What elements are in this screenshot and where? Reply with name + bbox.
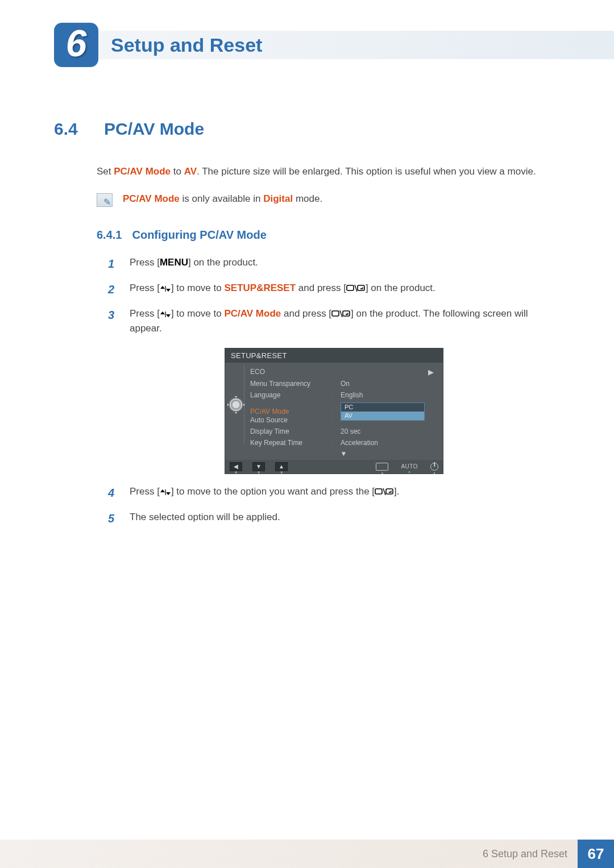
osd-label: Key Repeat Time [250, 439, 327, 447]
osd-value: English [341, 391, 363, 399]
step-text-frag: Press [ [130, 283, 160, 293]
osd-separator: : [331, 391, 336, 399]
page-footer: 6 Setup and Reset 67 [0, 840, 614, 868]
step-number: 1 [108, 255, 118, 273]
step-text-frag: ] to move to [171, 308, 225, 319]
up-down-icon [160, 488, 171, 498]
osd-separator: : [331, 416, 336, 424]
osd-row-key-repeat-time: Key Repeat Time : Acceleration [250, 437, 437, 448]
osd-body: ECO ▶ Menu Transparency : On Language : … [225, 363, 443, 460]
menu-label: MENU [160, 257, 188, 268]
step-5: 5 The selected option will be applied. [108, 510, 560, 528]
step-text-frag: ] on the product. [188, 257, 258, 268]
step-target: SETUP&RESET [224, 283, 296, 293]
source-enter-icon [375, 487, 394, 498]
osd-up-button-icon: ▲▾ [275, 462, 288, 471]
step-4: 4 Press [] to move to the option you wan… [108, 484, 560, 502]
gear-icon [230, 398, 242, 411]
step-text-frag: The selected option will be applied. [130, 512, 280, 522]
chapter-number: 6 [66, 24, 87, 65]
osd-separator: : [331, 439, 336, 447]
svg-rect-5 [358, 285, 364, 290]
svg-rect-10 [332, 311, 339, 316]
subsection-number: 6.4.1 [97, 229, 122, 242]
svg-line-4 [355, 285, 357, 292]
osd-enter-icon: • [376, 463, 388, 471]
intro-text: . The picture size will be enlarged. Thi… [197, 166, 536, 177]
intro-text: to [171, 166, 184, 177]
osd-separator: : [331, 380, 336, 388]
osd-title: SETUP&RESET [225, 348, 443, 363]
step-number: 3 [108, 306, 118, 337]
svg-marker-20 [389, 491, 390, 493]
intro-keyword-2: AV [184, 166, 197, 177]
osd-footer-left: ◀▾ ▼▾ ▲▾ [230, 462, 288, 471]
intro-paragraph: Set PC/AV Mode to AV. The picture size w… [97, 166, 560, 177]
up-down-icon [160, 310, 171, 320]
chapter-title: Setup and Reset [111, 34, 262, 56]
svg-marker-0 [160, 286, 165, 289]
note-icon [97, 193, 113, 207]
note-keyword-2: Digital [263, 193, 293, 204]
step-number: 4 [108, 484, 118, 502]
steps-list: 1 Press [MENU] on the product. 2 Press [… [108, 255, 560, 528]
osd-sidebar [227, 365, 244, 445]
intro-text: Set [97, 166, 114, 177]
step-text-frag: and press [ [281, 308, 331, 319]
svg-marker-2 [166, 289, 171, 292]
step-text: Press [] to move to PC/AV Mode and press… [130, 306, 560, 337]
section-title: PC/AV Mode [104, 119, 204, 139]
up-down-icon [160, 285, 171, 294]
svg-rect-8 [165, 312, 165, 317]
osd-value: 20 sec [341, 427, 360, 435]
osd-auto-label: AUTO• [401, 463, 418, 470]
step-text: Press [] to move to SETUP&RESET and pres… [130, 281, 435, 298]
step-number: 2 [108, 281, 118, 298]
note-block: PC/AV Mode is only available in Digital … [97, 193, 560, 207]
step-text-frag: ]. [394, 486, 399, 497]
step-text-frag: Press [ [130, 257, 160, 268]
osd-separator: : [331, 427, 336, 435]
step-number: 5 [108, 510, 118, 528]
svg-rect-15 [165, 489, 165, 495]
step-text-frag: Press [ [130, 486, 160, 497]
section-number: 6.4 [54, 119, 88, 139]
osd-label: ECO [250, 368, 327, 376]
osd-value: On [341, 380, 350, 388]
osd-row-language: Language : English [250, 389, 437, 401]
osd-row-eco: ECO ▶ [250, 366, 437, 378]
svg-marker-13 [346, 314, 347, 315]
svg-marker-7 [160, 312, 165, 314]
step-text: The selected option will be applied. [130, 510, 280, 528]
osd-row-display-time: Display Time : 20 sec [250, 426, 437, 437]
step-text: Press [] to move to the option you want … [130, 484, 400, 502]
osd-back-button-icon: ◀▾ [230, 462, 242, 471]
osd-dropdown: PC AV [341, 402, 425, 421]
power-icon: • [430, 463, 438, 471]
note-text-post: mode. [293, 193, 322, 204]
section-heading: 6.4 PC/AV Mode [54, 119, 560, 139]
svg-rect-12 [343, 311, 350, 316]
chapter-header: 6 Setup and Reset [0, 17, 614, 68]
note-keyword-1: PC/AV Mode [123, 193, 180, 204]
svg-line-18 [383, 488, 385, 495]
step-text-frag: and press [ [296, 283, 346, 293]
page-content: 6.4 PC/AV Mode Set PC/AV Mode to AV. The… [0, 68, 614, 528]
step-text-frag: ] on the product. [366, 283, 435, 293]
step-target: PC/AV Mode [224, 308, 281, 319]
osd-value: Acceleration [341, 439, 378, 447]
step-3: 3 Press [] to move to PC/AV Mode and pre… [108, 306, 560, 337]
svg-line-11 [340, 310, 342, 317]
osd-panel: SETUP&RESET ECO ▶ Menu Transparency : On [225, 348, 443, 474]
step-text: Press [MENU] on the product. [130, 255, 258, 273]
svg-rect-3 [347, 285, 354, 290]
step-text-frag: ] to move to [171, 283, 225, 293]
subsection-title: Configuring PC/AV Mode [132, 229, 266, 242]
note-text-mid: is only available in [180, 193, 263, 204]
subsection-heading: 6.4.1 Configuring PC/AV Mode [97, 229, 560, 242]
page-number: 67 [578, 840, 614, 868]
osd-down-button-icon: ▼▾ [252, 462, 265, 471]
osd-separator: : [331, 408, 336, 416]
svg-marker-9 [166, 314, 171, 317]
chapter-number-badge: 6 [54, 23, 98, 67]
